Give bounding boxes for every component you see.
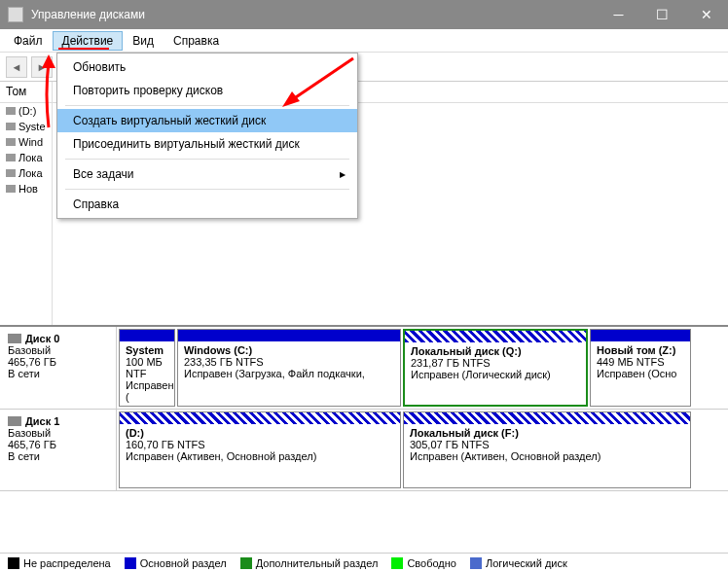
window-title: Управление дисками	[31, 8, 145, 21]
partition-status: Исправен (Загрузка, Файл подкачки,	[184, 368, 394, 379]
partition[interactable]: Локальный диск (F:)305,07 ГБ NTFSИсправе…	[403, 411, 691, 488]
legend-label: Дополнительный раздел	[256, 557, 379, 569]
partition[interactable]: System100 МБ NTFИсправен (	[119, 329, 175, 407]
partitions: (D:)160,70 ГБ NTFSИсправен (Активен, Осн…	[117, 410, 728, 490]
disk-icon	[6, 123, 16, 130]
partition[interactable]: Windows (C:)233,35 ГБ NTFSИсправен (Загр…	[177, 329, 401, 407]
partition[interactable]: Локальный диск (Q:)231,87 ГБ NTFSИсправе…	[403, 329, 588, 407]
minimize-button[interactable]: ─	[597, 0, 640, 29]
partition-name: (D:)	[126, 427, 394, 439]
partition-name: Локальный диск (F:)	[410, 427, 684, 439]
disk-icon	[6, 169, 16, 177]
partition-color-bar	[591, 330, 690, 341]
partition-name: System	[126, 344, 168, 356]
partition-status: Исправен (Осно	[597, 368, 684, 379]
svg-marker-0	[42, 54, 55, 68]
menu-view[interactable]: Вид	[123, 31, 164, 51]
volume-label: (D:)	[18, 105, 36, 117]
disk-layout-panel: Диск 0Базовый465,76 ГБВ сетиSystem100 МБ…	[0, 327, 728, 553]
close-button[interactable]: ✕	[684, 0, 728, 29]
partition-size: 449 МБ NTFS	[597, 356, 684, 368]
disk-icon	[8, 416, 21, 426]
disk-name: Диск 1	[25, 415, 59, 427]
volume-row[interactable]: Нов	[0, 181, 52, 197]
partition-size: 231,87 ГБ NTFS	[411, 357, 580, 369]
titlebar: Управление дисками ─ ☐ ✕	[0, 0, 728, 29]
disk-icon	[6, 154, 16, 161]
legend-swatch	[470, 557, 482, 569]
volume-label: Лока	[18, 167, 43, 179]
disk-type: Базовый	[8, 344, 108, 356]
partition-name: Windows (C:)	[184, 344, 394, 356]
legend-swatch	[391, 557, 403, 569]
partition-size: 160,70 ГБ NTFS	[126, 439, 394, 450]
dropdown-separator	[65, 189, 349, 190]
partition-status: Исправен (Логический диск)	[411, 369, 580, 380]
partition-size: 233,35 ГБ NTFS	[184, 356, 394, 368]
disk-status: В сети	[8, 368, 108, 379]
partitions: System100 МБ NTFИсправен (Windows (C:)23…	[117, 327, 728, 409]
disk-icon	[6, 138, 16, 146]
volume-row[interactable]: Wind	[0, 134, 52, 150]
dropdown-help[interactable]: Справка	[57, 193, 357, 216]
partition[interactable]: (D:)160,70 ГБ NTFSИсправен (Активен, Осн…	[119, 411, 401, 488]
disk-info[interactable]: Диск 1Базовый465,76 ГБВ сети	[0, 410, 117, 490]
dropdown-attach-vhd[interactable]: Присоединить виртуальный жесткий диск	[57, 132, 357, 156]
legend-label: Свободно	[407, 557, 456, 569]
menu-file[interactable]: Файл	[4, 31, 53, 51]
disk-icon	[8, 334, 21, 343]
disk-row: Диск 0Базовый465,76 ГБВ сетиSystem100 МБ…	[0, 327, 728, 410]
svg-marker-1	[282, 91, 300, 107]
partition-name: Новый том (Z:)	[597, 344, 684, 356]
disk-size: 465,76 ГБ	[8, 356, 108, 368]
partition-color-bar	[120, 330, 174, 341]
volume-row[interactable]: Лока	[0, 150, 52, 165]
submenu-arrow-icon: ▶	[340, 170, 346, 179]
partition-size: 100 МБ NTF	[126, 356, 168, 379]
disk-info[interactable]: Диск 0Базовый465,76 ГБВ сети	[0, 327, 117, 409]
disk-name: Диск 0	[25, 333, 59, 344]
legend-label: Не распределена	[23, 557, 111, 569]
app-icon	[8, 7, 23, 22]
partition-name: Локальный диск (Q:)	[411, 345, 580, 357]
back-button[interactable]: ◄	[6, 56, 27, 78]
legend-swatch	[125, 557, 136, 569]
disk-icon	[6, 107, 16, 115]
partition-status: Исправен (Активен, Основной раздел)	[410, 450, 684, 462]
dropdown-all-tasks[interactable]: Все задачи▶	[57, 162, 357, 186]
legend-label: Логический диск	[486, 557, 567, 569]
annotation-arrow	[37, 54, 66, 132]
legend: Не распределенаОсновной разделДополнител…	[0, 553, 728, 572]
partition-color-bar	[120, 412, 400, 424]
legend-swatch	[8, 557, 19, 569]
partition-status: Исправен (Активен, Основной раздел)	[126, 450, 394, 462]
partition-color-bar	[404, 412, 690, 424]
partition-status: Исправен (	[126, 379, 168, 403]
volume-label: Лока	[18, 152, 43, 163]
disk-type: Базовый	[8, 427, 108, 439]
disk-size: 465,76 ГБ	[8, 439, 108, 450]
volume-label: Wind	[18, 136, 43, 148]
partition-size: 305,07 ГБ NTFS	[410, 439, 684, 450]
disk-status: В сети	[8, 450, 108, 462]
disk-row: Диск 1Базовый465,76 ГБВ сети(D:)160,70 Г…	[0, 410, 728, 491]
dropdown-separator	[65, 159, 349, 160]
menubar: Файл Действие Вид Справка	[0, 29, 728, 53]
partition-color-bar	[178, 330, 400, 341]
menu-help[interactable]: Справка	[164, 31, 229, 51]
legend-label: Основной раздел	[140, 557, 227, 569]
partition[interactable]: Новый том (Z:)449 МБ NTFSИсправен (Осно	[590, 329, 691, 407]
legend-swatch	[240, 557, 252, 569]
maximize-button[interactable]: ☐	[640, 0, 684, 29]
dropdown-all-tasks-label: Все задачи	[73, 167, 134, 181]
volume-row[interactable]: Лока	[0, 165, 52, 181]
disk-icon	[6, 185, 16, 193]
annotation-underline	[58, 48, 109, 50]
volume-label: Нов	[18, 183, 38, 195]
annotation-arrow	[280, 54, 358, 113]
partition-color-bar	[405, 331, 586, 342]
